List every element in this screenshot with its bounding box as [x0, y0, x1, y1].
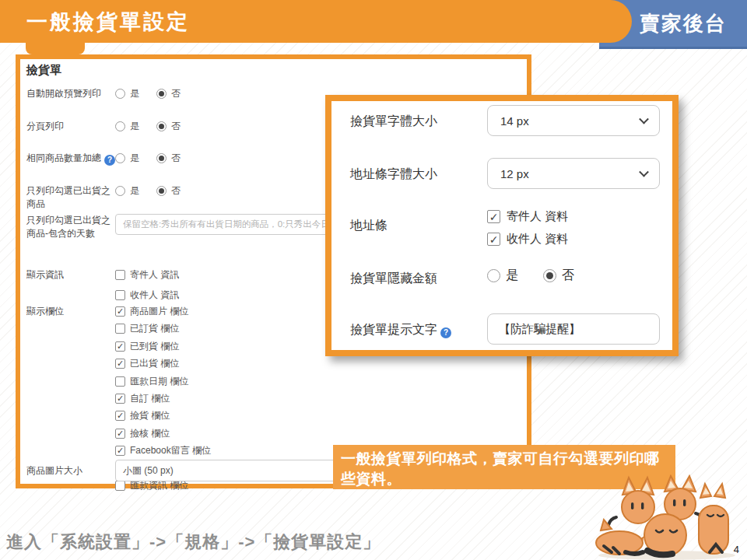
field-label: 分頁列印 — [26, 120, 115, 133]
checkbox-item[interactable]: 寄件人 資訊 — [115, 268, 179, 282]
checkbox[interactable] — [115, 429, 125, 439]
address-font-size-value: 12 px — [500, 167, 529, 180]
checkbox[interactable] — [487, 233, 500, 246]
settings-overlay-panel: 撿貨單字體大小 14 px 地址條字體大小 12 px 地址條 寄件人 資料 收… — [325, 95, 679, 356]
radio-no-label: 否 — [171, 120, 181, 133]
checkbox-item[interactable]: Facebook留言 欄位 — [115, 444, 211, 457]
radio-yes-label: 是 — [130, 87, 139, 100]
checkbox-item[interactable]: 收件人 資料 — [487, 232, 568, 247]
page-title: 一般撿貨單設定 — [26, 8, 190, 36]
checkbox-label: 自訂 欄位 — [130, 392, 170, 405]
mascot-foxes-illustration — [593, 474, 741, 560]
radio-no-label: 否 — [171, 152, 181, 165]
checkbox[interactable] — [115, 411, 125, 421]
footer-instruction: 進入「系統設置」->「規格」->「撿貨單設定」 — [6, 530, 381, 554]
hint-text-value: 【防詐騙提醒】 — [499, 322, 580, 337]
portal-label: 賣家後台 — [640, 10, 727, 37]
radio-no[interactable] — [156, 186, 167, 196]
checkbox-label: 撿貨 欄位 — [130, 409, 170, 422]
checkbox-item[interactable]: 已到貨 欄位 — [115, 340, 211, 353]
radio-yes[interactable] — [115, 89, 125, 99]
checkbox-label: 已到貨 欄位 — [130, 340, 179, 353]
field-label: 只列印勾選已出貨之商品 — [26, 184, 115, 211]
radio-no[interactable] — [156, 89, 167, 99]
radio-no[interactable] — [156, 121, 167, 131]
radio-no-label: 否 — [562, 268, 574, 284]
radio-yes-label: 是 — [130, 184, 139, 198]
checkbox[interactable] — [115, 306, 125, 317]
header-bar: 一般撿貨單設定 — [0, 0, 632, 43]
radio-no-label: 否 — [171, 184, 181, 198]
checkbox[interactable] — [115, 376, 125, 387]
page-number: 4 — [734, 544, 739, 555]
field-label: 撿貨單字體大小 — [350, 114, 437, 130]
checkbox-item[interactable]: 寄件人 資料 — [487, 209, 568, 224]
field-label: 地址條字體大小 — [350, 166, 437, 183]
radio-no-label: 否 — [171, 87, 181, 100]
slide-page: 賣家後台 一般撿貨單設定 撿貨單 自動開啟預覽列印 是 否 分頁列印 是 — [0, 0, 747, 560]
field-label: 地址條 — [350, 218, 388, 234]
field-label: 撿貨單隱藏金額 — [350, 271, 437, 287]
checkbox[interactable] — [115, 270, 125, 280]
address-font-size-select[interactable]: 12 px — [487, 158, 660, 189]
checkbox-label: 已出貨 欄位 — [130, 357, 179, 370]
checkbox[interactable] — [115, 481, 125, 491]
radio-yes-label: 是 — [130, 120, 139, 133]
checkbox-label: 已訂貨 欄位 — [130, 322, 179, 335]
checkbox-item[interactable]: 已出貨 欄位 — [115, 357, 211, 370]
field-label: 撿貨單提示文字 — [350, 322, 451, 338]
checkbox-label: 商品圖片 欄位 — [130, 305, 188, 318]
checkbox-item[interactable]: 已訂貨 欄位 — [115, 322, 211, 335]
field-label: 商品圖片大小 — [26, 460, 115, 478]
checkbox-label: 收件人 資訊 — [130, 289, 179, 302]
radio-no[interactable] — [543, 269, 556, 282]
checkbox-label: 寄件人 資訊 — [130, 268, 179, 282]
image-size-value: 小圖 (50 px) — [123, 464, 174, 478]
font-size-select[interactable]: 14 px — [487, 105, 660, 136]
radio-yes[interactable] — [115, 121, 125, 131]
radio-yes[interactable] — [115, 153, 125, 163]
radio-yes[interactable] — [487, 269, 500, 282]
checkbox-item[interactable]: 商品圖片 欄位 — [115, 305, 211, 318]
checkbox-label: 寄件人 資料 — [507, 209, 568, 224]
days-input[interactable]: 保留空格:秀出所有有出貨日期的商品，0:只秀出今日出貨日期的商品 — [115, 214, 358, 235]
hint-text-input[interactable]: 【防詐騙提醒】 — [487, 313, 660, 345]
field-label: 只列印勾選已出貨之商品-包含的天數 — [26, 214, 115, 240]
checkbox-item[interactable]: 撿核 欄位 — [115, 427, 211, 440]
font-size-value: 14 px — [500, 114, 529, 128]
checkbox-item[interactable]: 自訂 欄位 — [115, 392, 211, 405]
checkbox[interactable] — [115, 290, 125, 300]
radio-yes-label: 是 — [130, 152, 139, 165]
checkbox[interactable] — [115, 341, 125, 352]
field-label: 相同商品數量加總 — [26, 152, 115, 166]
checkbox-label: 收件人 資料 — [507, 232, 568, 247]
radio-yes-label: 是 — [506, 268, 518, 284]
field-label: 顯示欄位 — [26, 305, 115, 318]
checkbox-item[interactable]: 收件人 資訊 — [115, 289, 179, 302]
checkbox[interactable] — [115, 446, 125, 456]
checkbox[interactable] — [487, 210, 500, 223]
help-icon[interactable] — [440, 327, 451, 338]
radio-no[interactable] — [156, 153, 167, 163]
panel-title: 撿貨單 — [26, 63, 61, 78]
field-label: 自動開啟預覽列印 — [26, 87, 115, 100]
checkbox[interactable] — [115, 324, 125, 334]
header-tab-decoration — [26, 42, 85, 54]
checkbox[interactable] — [115, 394, 125, 404]
radio-yes[interactable] — [115, 186, 125, 196]
checkbox[interactable] — [115, 359, 125, 369]
field-label: 顯示資訊 — [26, 268, 115, 282]
checkbox-item[interactable]: 匯款日期 欄位 — [115, 375, 211, 388]
checkbox-label: 匯款日期 欄位 — [130, 375, 188, 388]
checkbox-item[interactable]: 撿貨 欄位 — [115, 409, 211, 422]
checkbox-label: Facebook留言 欄位 — [130, 444, 211, 457]
help-icon[interactable] — [104, 155, 115, 166]
checkbox-label: 撿核 欄位 — [130, 427, 170, 440]
days-input-placeholder: 保留空格:秀出所有有出貨日期的商品，0:只秀出今日出貨日期的商品 — [123, 219, 358, 230]
